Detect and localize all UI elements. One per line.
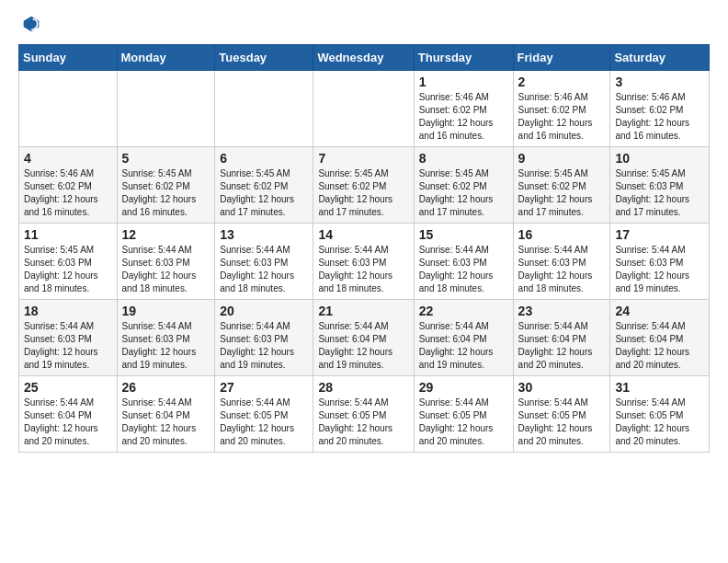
day-cell xyxy=(313,71,414,147)
day-number: 25 xyxy=(24,380,112,395)
day-info: Sunrise: 5:44 AM Sunset: 6:03 PM Dayligh… xyxy=(419,244,508,295)
day-number: 5 xyxy=(122,151,210,166)
day-number: 18 xyxy=(24,304,112,318)
day-number: 29 xyxy=(419,380,508,395)
day-info: Sunrise: 5:44 AM Sunset: 6:03 PM Dayligh… xyxy=(24,320,112,372)
day-cell: 15Sunrise: 5:44 AM Sunset: 6:03 PM Dayli… xyxy=(414,224,513,300)
day-info: Sunrise: 5:44 AM Sunset: 6:04 PM Dayligh… xyxy=(419,320,508,372)
day-cell: 5Sunrise: 5:45 AM Sunset: 6:02 PM Daylig… xyxy=(117,147,215,224)
day-info: Sunrise: 5:45 AM Sunset: 6:02 PM Dayligh… xyxy=(318,167,408,219)
day-info: Sunrise: 5:44 AM Sunset: 6:03 PM Dayligh… xyxy=(220,244,308,295)
day-info: Sunrise: 5:45 AM Sunset: 6:03 PM Dayligh… xyxy=(615,167,704,219)
day-cell: 11Sunrise: 5:45 AM Sunset: 6:03 PM Dayli… xyxy=(19,224,118,300)
day-number: 3 xyxy=(615,75,704,89)
week-row-4: 18Sunrise: 5:44 AM Sunset: 6:03 PM Dayli… xyxy=(19,300,710,376)
day-number: 10 xyxy=(615,151,704,166)
day-cell: 1Sunrise: 5:46 AM Sunset: 6:02 PM Daylig… xyxy=(414,71,513,147)
day-info: Sunrise: 5:44 AM Sunset: 6:03 PM Dayligh… xyxy=(122,320,210,372)
day-cell: 31Sunrise: 5:44 AM Sunset: 6:05 PM Dayli… xyxy=(610,376,710,453)
weekday-header-wednesday: Wednesday xyxy=(313,45,414,71)
day-info: Sunrise: 5:46 AM Sunset: 6:02 PM Dayligh… xyxy=(24,167,112,219)
day-number: 6 xyxy=(220,151,308,166)
day-cell: 20Sunrise: 5:44 AM Sunset: 6:03 PM Dayli… xyxy=(215,300,313,376)
day-number: 27 xyxy=(220,380,308,395)
day-cell: 18Sunrise: 5:44 AM Sunset: 6:03 PM Dayli… xyxy=(19,300,118,376)
day-number: 4 xyxy=(24,151,112,166)
day-cell: 25Sunrise: 5:44 AM Sunset: 6:04 PM Dayli… xyxy=(19,376,118,453)
day-cell: 17Sunrise: 5:44 AM Sunset: 6:03 PM Dayli… xyxy=(610,224,710,300)
day-cell: 21Sunrise: 5:44 AM Sunset: 6:04 PM Dayli… xyxy=(313,300,414,376)
day-info: Sunrise: 5:44 AM Sunset: 6:04 PM Dayligh… xyxy=(518,320,606,372)
day-cell xyxy=(215,71,313,147)
day-info: Sunrise: 5:44 AM Sunset: 6:05 PM Dayligh… xyxy=(318,396,408,448)
day-info: Sunrise: 5:45 AM Sunset: 6:02 PM Dayligh… xyxy=(518,167,606,219)
day-number: 28 xyxy=(318,380,408,395)
day-cell: 19Sunrise: 5:44 AM Sunset: 6:03 PM Dayli… xyxy=(117,300,215,376)
day-cell: 9Sunrise: 5:45 AM Sunset: 6:02 PM Daylig… xyxy=(513,147,610,224)
logo-icon xyxy=(22,15,40,33)
day-info: Sunrise: 5:44 AM Sunset: 6:05 PM Dayligh… xyxy=(518,396,606,448)
day-cell: 12Sunrise: 5:44 AM Sunset: 6:03 PM Dayli… xyxy=(117,224,215,300)
day-number: 14 xyxy=(318,227,408,242)
header xyxy=(18,15,710,33)
day-number: 7 xyxy=(318,151,408,166)
weekday-header-sunday: Sunday xyxy=(19,45,118,71)
day-cell: 29Sunrise: 5:44 AM Sunset: 6:05 PM Dayli… xyxy=(414,376,513,453)
day-info: Sunrise: 5:46 AM Sunset: 6:02 PM Dayligh… xyxy=(419,91,508,143)
day-cell xyxy=(19,71,118,147)
week-row-1: 1Sunrise: 5:46 AM Sunset: 6:02 PM Daylig… xyxy=(19,71,710,147)
day-info: Sunrise: 5:45 AM Sunset: 6:02 PM Dayligh… xyxy=(122,167,210,219)
day-number: 1 xyxy=(419,75,508,89)
day-number: 19 xyxy=(122,304,210,318)
week-row-2: 4Sunrise: 5:46 AM Sunset: 6:02 PM Daylig… xyxy=(19,147,710,224)
weekday-header-tuesday: Tuesday xyxy=(215,45,313,71)
day-info: Sunrise: 5:44 AM Sunset: 6:05 PM Dayligh… xyxy=(419,396,508,448)
day-info: Sunrise: 5:46 AM Sunset: 6:02 PM Dayligh… xyxy=(615,91,704,143)
day-number: 12 xyxy=(122,227,210,242)
day-number: 16 xyxy=(518,227,606,242)
weekday-header-saturday: Saturday xyxy=(610,45,710,71)
day-info: Sunrise: 5:44 AM Sunset: 6:03 PM Dayligh… xyxy=(220,320,308,372)
day-info: Sunrise: 5:44 AM Sunset: 6:03 PM Dayligh… xyxy=(615,244,704,295)
day-number: 11 xyxy=(24,227,112,242)
day-cell xyxy=(117,71,215,147)
day-cell: 16Sunrise: 5:44 AM Sunset: 6:03 PM Dayli… xyxy=(513,224,610,300)
day-info: Sunrise: 5:44 AM Sunset: 6:03 PM Dayligh… xyxy=(318,244,408,295)
day-cell: 7Sunrise: 5:45 AM Sunset: 6:02 PM Daylig… xyxy=(313,147,414,224)
weekday-header-row: SundayMondayTuesdayWednesdayThursdayFrid… xyxy=(19,45,710,71)
day-cell: 8Sunrise: 5:45 AM Sunset: 6:02 PM Daylig… xyxy=(414,147,513,224)
day-info: Sunrise: 5:46 AM Sunset: 6:02 PM Dayligh… xyxy=(518,91,606,143)
day-info: Sunrise: 5:44 AM Sunset: 6:05 PM Dayligh… xyxy=(220,396,308,448)
day-cell: 3Sunrise: 5:46 AM Sunset: 6:02 PM Daylig… xyxy=(610,71,710,147)
day-number: 17 xyxy=(615,227,704,242)
day-info: Sunrise: 5:44 AM Sunset: 6:04 PM Dayligh… xyxy=(24,396,112,448)
day-cell: 22Sunrise: 5:44 AM Sunset: 6:04 PM Dayli… xyxy=(414,300,513,376)
day-cell: 10Sunrise: 5:45 AM Sunset: 6:03 PM Dayli… xyxy=(610,147,710,224)
day-cell: 4Sunrise: 5:46 AM Sunset: 6:02 PM Daylig… xyxy=(19,147,118,224)
logo xyxy=(18,15,40,33)
calendar: SundayMondayTuesdayWednesdayThursdayFrid… xyxy=(18,44,710,453)
page: SundayMondayTuesdayWednesdayThursdayFrid… xyxy=(0,0,728,467)
day-number: 24 xyxy=(615,304,704,318)
day-number: 8 xyxy=(419,151,508,166)
day-number: 30 xyxy=(518,380,606,395)
day-number: 22 xyxy=(419,304,508,318)
day-info: Sunrise: 5:44 AM Sunset: 6:03 PM Dayligh… xyxy=(122,244,210,295)
day-cell: 14Sunrise: 5:44 AM Sunset: 6:03 PM Dayli… xyxy=(313,224,414,300)
day-cell: 13Sunrise: 5:44 AM Sunset: 6:03 PM Dayli… xyxy=(215,224,313,300)
day-info: Sunrise: 5:44 AM Sunset: 6:04 PM Dayligh… xyxy=(122,396,210,448)
day-info: Sunrise: 5:45 AM Sunset: 6:03 PM Dayligh… xyxy=(24,244,112,295)
day-number: 20 xyxy=(220,304,308,318)
day-number: 23 xyxy=(518,304,606,318)
day-number: 31 xyxy=(615,380,704,395)
day-info: Sunrise: 5:44 AM Sunset: 6:05 PM Dayligh… xyxy=(615,396,704,448)
day-number: 15 xyxy=(419,227,508,242)
day-number: 2 xyxy=(518,75,606,89)
weekday-header-monday: Monday xyxy=(117,45,215,71)
day-cell: 30Sunrise: 5:44 AM Sunset: 6:05 PM Dayli… xyxy=(513,376,610,453)
day-info: Sunrise: 5:44 AM Sunset: 6:03 PM Dayligh… xyxy=(518,244,606,295)
week-row-5: 25Sunrise: 5:44 AM Sunset: 6:04 PM Dayli… xyxy=(19,376,710,453)
day-cell: 24Sunrise: 5:44 AM Sunset: 6:04 PM Dayli… xyxy=(610,300,710,376)
day-number: 13 xyxy=(220,227,308,242)
day-number: 26 xyxy=(122,380,210,395)
